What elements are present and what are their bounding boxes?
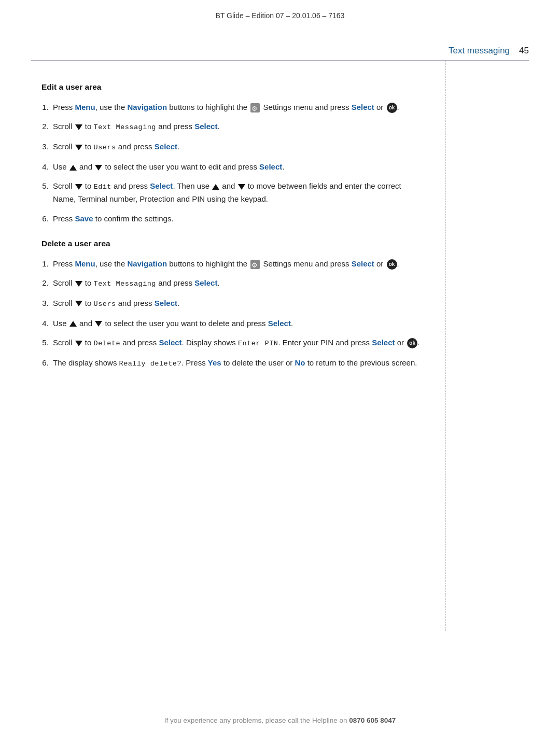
footer-text: If you experience any problems, please c… — [164, 716, 349, 724]
edit-step1-nav: Navigation — [127, 103, 167, 111]
delete-step3-select: Select — [155, 299, 177, 307]
delete-step6-yes: Yes — [208, 358, 221, 367]
edit-mono: Edit — [94, 183, 111, 191]
nav-up-icon-2 — [212, 184, 219, 190]
delete-step6-no: No — [295, 358, 305, 367]
edit-step1-select: Select — [352, 103, 374, 111]
edit-steps-list: Press Menu, use the Navigation buttons t… — [51, 101, 425, 224]
edit-step-1: Press Menu, use the Navigation buttons t… — [51, 101, 425, 113]
text-messaging-mono-1: Text Messaging — [94, 123, 156, 131]
side-margin — [446, 61, 560, 631]
scroll-down-icon-4 — [75, 184, 82, 190]
edit-step6-save: Save — [75, 214, 93, 223]
settings-icon-2 — [250, 260, 260, 269]
nav-up-icon-1 — [69, 165, 77, 171]
nav-down-icon-5 — [238, 184, 245, 190]
text-messaging-mono-2: Text Messaging — [94, 280, 156, 288]
delete-step1-nav: Navigation — [127, 259, 167, 268]
edit-section-heading: Edit a user area — [41, 82, 425, 92]
delete-step-3: Scroll to Users and press Select. — [51, 297, 425, 310]
settings-icon-1 — [250, 103, 260, 113]
delete-step-1: Press Menu, use the Navigation buttons t… — [51, 258, 425, 270]
content-area: Edit a user area Press Menu, use the Nav… — [0, 61, 560, 631]
scroll-down-icon-7 — [75, 301, 82, 306]
nav-down-icon-3 — [95, 165, 102, 171]
ok-button-2: ok — [387, 259, 397, 270]
main-content: Edit a user area Press Menu, use the Nav… — [0, 61, 446, 631]
scroll-down-icon-9 — [75, 341, 82, 346]
delete-mono: Delete — [94, 340, 121, 347]
delete-step-4: Use and to select the user you want to d… — [51, 317, 425, 329]
edit-step5-select: Select — [150, 181, 173, 190]
edit-step-2: Scroll to Text Messaging and press Selec… — [51, 120, 425, 133]
footer-phone: 0870 605 8047 — [349, 716, 396, 724]
edit-step-3: Scroll to Users and press Select. — [51, 140, 425, 153]
users-mono-2: Users — [94, 300, 116, 308]
ok-button-1: ok — [387, 103, 397, 113]
delete-step1-select: Select — [352, 259, 374, 268]
top-bar: Text messaging 45 — [0, 25, 560, 60]
delete-step5-select2: Select — [372, 338, 395, 347]
really-delete-mono: Really delete? — [119, 360, 181, 368]
users-mono-1: Users — [94, 144, 116, 151]
edit-step3-select: Select — [155, 142, 177, 151]
section-title: Text messaging — [449, 46, 510, 56]
edit-step-6: Press Save to confirm the settings. — [51, 213, 425, 224]
delete-step-2: Scroll to Text Messaging and press Selec… — [51, 277, 425, 290]
edit-step2-select: Select — [194, 122, 217, 131]
delete-step-6: The display shows Really delete?. Press … — [51, 357, 425, 370]
header-title: BT Glide – Edition 07 – 20.01.06 – 7163 — [216, 11, 345, 20]
delete-step2-select: Select — [194, 278, 217, 287]
enter-pin-mono: Enter PIN — [238, 340, 278, 347]
delete-step1-menu: Menu — [75, 259, 95, 268]
page-header: BT Glide – Edition 07 – 20.01.06 – 7163 — [0, 0, 560, 25]
delete-step-5: Scroll to Delete and press Select. Displ… — [51, 336, 425, 349]
ok-button-3: ok — [407, 338, 417, 348]
edit-step-4: Use and to select the user you want to e… — [51, 161, 425, 173]
edit-step-5: Scroll to Edit and press Select. Then us… — [51, 180, 425, 205]
edit-step1-menu: Menu — [75, 103, 95, 111]
delete-section: Delete a user area Press Menu, use the N… — [41, 239, 425, 370]
page-number: 45 — [519, 46, 529, 56]
scroll-down-icon-6 — [75, 281, 82, 287]
delete-step4-select: Select — [268, 319, 291, 328]
page-footer: If you experience any problems, please c… — [0, 707, 560, 735]
delete-step5-select: Select — [159, 338, 181, 347]
delete-section-heading: Delete a user area — [41, 239, 425, 248]
nav-up-icon-3 — [69, 321, 77, 327]
delete-steps-list: Press Menu, use the Navigation buttons t… — [51, 258, 425, 370]
edit-section: Edit a user area Press Menu, use the Nav… — [41, 82, 425, 224]
edit-step4-select: Select — [259, 162, 282, 171]
nav-down-icon-8 — [95, 321, 102, 327]
scroll-down-icon-2 — [75, 145, 82, 150]
scroll-down-icon-1 — [75, 124, 82, 130]
